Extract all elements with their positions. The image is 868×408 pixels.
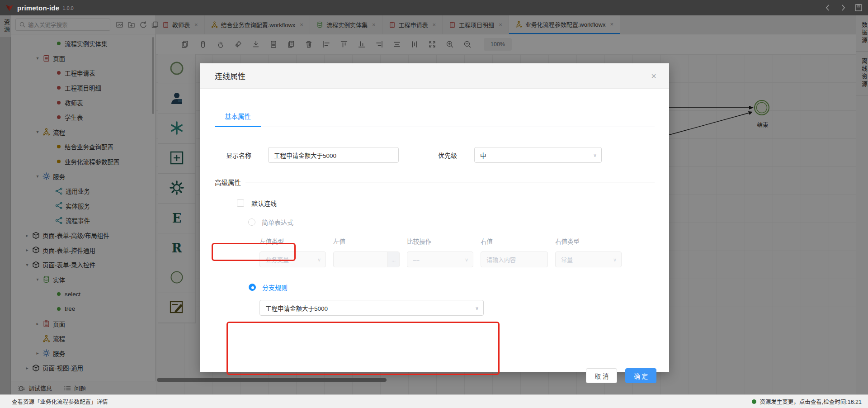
status-dot-icon: [752, 399, 756, 404]
chevron-down-icon: ∨: [593, 152, 597, 158]
left-value-column: 左值 ...: [333, 237, 400, 267]
dialog-tabs: 基本属性: [215, 111, 655, 127]
display-name-label: 显示名称: [226, 151, 251, 160]
left-type-select[interactable]: 业务变量 ∨: [259, 251, 326, 267]
dialog-body: 基本属性 显示名称 工程申请金额大于5000 优先级 中 ∨ 高级属性 默认连线: [200, 111, 669, 395]
branch-rule-label[interactable]: 分支规则: [262, 283, 288, 292]
default-line-row: 默认连线: [237, 199, 655, 208]
advanced-section-label: 高级属性: [215, 177, 241, 187]
operator-column: 比较操作 == ∨: [407, 237, 473, 267]
right-type-value: 常量: [561, 255, 573, 264]
nav-back-icon[interactable]: [824, 4, 832, 12]
right-value-column: 右值 请输入内容: [481, 237, 548, 267]
tab-basic-properties[interactable]: 基本属性: [215, 111, 261, 127]
priority-value: 中: [480, 151, 486, 160]
left-type-column: 左值类型 业务变量 ∨: [259, 237, 326, 267]
chevron-down-icon: ∨: [317, 256, 321, 262]
app-logo-icon: [5, 4, 14, 12]
left-value-label: 左值: [333, 237, 400, 246]
status-right-text: 资源发生变更，点击查看,检查时间:16:21: [760, 397, 862, 406]
app-version: 1.0.0: [62, 5, 73, 11]
chevron-down-icon: ∨: [465, 256, 468, 262]
cancel-button[interactable]: 取 消: [586, 368, 617, 383]
status-bar: 查看资源「业务化流程参数配置」详情 资源发生变更，点击查看,检查时间:16:21: [0, 394, 868, 408]
branch-rule-select-wrap: 工程申请金额大于5000 ∨: [259, 300, 484, 316]
operator-label: 比较操作: [407, 237, 473, 246]
display-name-input[interactable]: 工程申请金额大于5000: [268, 147, 399, 163]
branch-rule-radio[interactable]: [249, 284, 256, 291]
app-window: primeton-ide 1.0.0 资源 输入关键字搜索 流程实例实体集▾页面…: [0, 0, 868, 408]
default-line-label[interactable]: 默认连线: [251, 199, 277, 208]
nav-forward-icon[interactable]: [839, 4, 847, 12]
operator-select[interactable]: == ∨: [407, 251, 473, 267]
resource-change-notice[interactable]: 资源发生变更，点击查看,检查时间:16:21: [752, 397, 862, 406]
section-divider: [245, 182, 655, 182]
ok-button[interactable]: 确 定: [625, 368, 656, 383]
right-value-placeholder: 请输入内容: [486, 255, 516, 264]
right-value-input[interactable]: 请输入内容: [481, 251, 548, 267]
highlight-box-branch-rule: [226, 322, 500, 375]
right-type-column: 右值类型 常量 ∨: [555, 237, 622, 267]
right-type-label: 右值类型: [555, 237, 622, 246]
display-name-row: 显示名称 工程申请金额大于5000 优先级 中 ∨: [215, 147, 655, 163]
simple-expression-row: 简单表达式: [248, 218, 655, 227]
priority-label: 优先级: [438, 151, 457, 160]
app-title: primeton-ide: [17, 4, 59, 12]
priority-select[interactable]: 中 ∨: [474, 147, 602, 163]
branch-rule-row: 分支规则: [249, 283, 655, 292]
chevron-down-icon: ∨: [475, 305, 479, 311]
simple-expression-radio[interactable]: [248, 218, 255, 226]
dialog-footer: 取 消 确 定: [586, 368, 656, 383]
simple-expression-fields: 左值类型 业务变量 ∨ 左值 ... 比较操作 ==: [259, 237, 655, 267]
default-line-checkbox[interactable]: [237, 199, 244, 207]
dialog-header: 连线属性 ×: [200, 63, 669, 89]
operator-value: ==: [413, 256, 420, 263]
left-type-value: 业务变量: [265, 255, 289, 264]
branch-rule-value: 工程申请金额大于5000: [265, 304, 328, 313]
right-value-label: 右值: [481, 237, 548, 246]
status-left-text: 查看资源「业务化流程参数配置」详情: [12, 397, 108, 406]
branch-rule-select[interactable]: 工程申请金额大于5000 ∨: [259, 300, 484, 316]
line-properties-dialog: 连线属性 × 基本属性 显示名称 工程申请金额大于5000 优先级 中 ∨ 高级…: [200, 63, 669, 372]
title-bar: primeton-ide 1.0.0: [0, 0, 868, 15]
left-type-label: 左值类型: [259, 237, 326, 246]
dialog-title: 连线属性: [215, 70, 245, 81]
left-value-input[interactable]: ...: [333, 251, 400, 267]
advanced-section: 高级属性: [215, 177, 655, 187]
right-type-select[interactable]: 常量 ∨: [555, 251, 622, 267]
chevron-down-icon: ∨: [613, 256, 617, 262]
close-icon[interactable]: ×: [651, 71, 656, 81]
save-icon[interactable]: [854, 4, 863, 12]
simple-expression-label[interactable]: 简单表达式: [262, 218, 293, 227]
left-value-picker-button[interactable]: ...: [387, 252, 399, 267]
